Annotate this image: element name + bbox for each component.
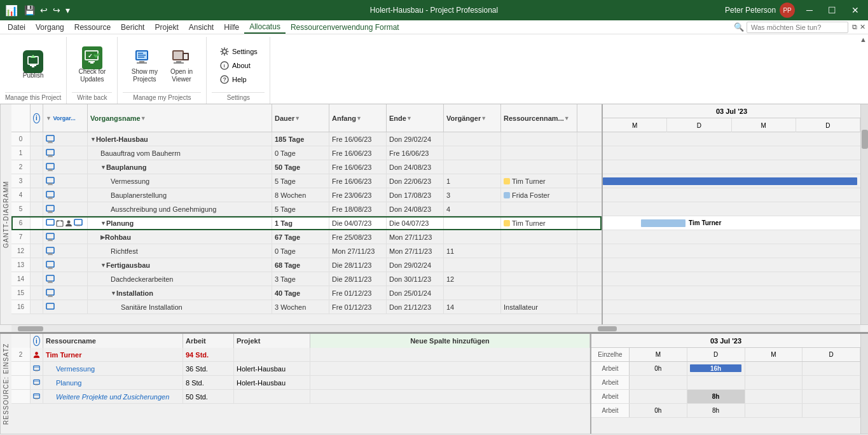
table-row-12[interactable]: 12Richtfest0 TageMon 27/11/23Mon 27/11/2… [11, 244, 602, 258]
bth-new-col[interactable]: Neue Spalte hinzufügen [310, 334, 590, 348]
menu-ressourcenverwendung[interactable]: Ressourcenverwendung Format [286, 22, 404, 33]
anfang-sort-icon: ▼ [356, 115, 362, 121]
svg-rect-58 [48, 254, 53, 255]
user-avatar[interactable]: PP [780, 3, 795, 18]
table-row-2[interactable]: 2▼ Bauplanung50 TageFre 16/06/23Don 24/0… [11, 160, 602, 174]
table-row-6[interactable]: 6▼ Planung1 TagDie 04/07/23Die 04/07/23T… [11, 216, 602, 230]
search-input[interactable] [747, 22, 848, 33]
table-row-16[interactable]: 16Sanitäre Installation3 WochenFre 01/12… [11, 300, 602, 314]
bottom-table: i Ressourcname Arbeit Projekt Neue Spalt… [11, 334, 591, 434]
td-num-6: 6 [11, 216, 31, 230]
settings-button[interactable]: Settings [217, 45, 260, 58]
table-row-15[interactable]: 15▼ Installation40 TageFre 01/12/23Don 2… [11, 286, 602, 300]
table-row-1[interactable]: 1Bauauftrag vom Bauherrn0 TageFre 16/06/… [11, 146, 602, 160]
open-viewer-icon [171, 48, 191, 68]
hscroll-thumb-chart [598, 326, 617, 331]
table-row-7[interactable]: 7▶ Rohbau67 TageFre 25/08/23Mon 27/11/23 [11, 230, 602, 244]
bottom-tr-1[interactable]: Vermessung36 Std.Holert-Hausbau [11, 362, 590, 376]
td-num-1: 1 [11, 146, 31, 160]
bchart-cell-0-3 [803, 362, 860, 375]
gantt-vscroll[interactable] [860, 104, 868, 324]
restore-button[interactable]: ⧉ [852, 23, 857, 31]
td-info-11 [31, 286, 43, 300]
show-projects-button[interactable]: Show myProjects [128, 45, 162, 86]
btd-icon-0 [31, 348, 43, 361]
td-icons-2 [43, 160, 88, 174]
menu-hilfe[interactable]: Hilfe [219, 22, 244, 33]
bottom-tr-3[interactable]: Weitere Projekte und Zusicherungen50 Std… [11, 390, 590, 404]
menu-datei[interactable]: Datei [3, 22, 31, 33]
svg-point-50 [67, 220, 71, 223]
td-icons-1 [43, 146, 88, 160]
bchart-row-1: Arbeit [591, 376, 860, 390]
td-icons-0 [43, 132, 88, 146]
bchart-cell-3-1: 8h [687, 404, 745, 417]
menu-bericht[interactable]: Bericht [116, 22, 149, 33]
bth-work[interactable]: Arbeit [183, 334, 234, 348]
info-header-icon[interactable]: i [33, 113, 40, 123]
th-name[interactable]: Vorgangsname ▼ [88, 104, 272, 132]
table-body: 0▼ Holert-Hausbau185 TageFre 16/06/23Don… [11, 132, 602, 324]
gantt-chart: 03 Jul '23 M D M D Tim Turner [603, 104, 860, 324]
td-icons-8 [43, 244, 88, 258]
check-updates-button[interactable]: ✓ Check forUpdates [74, 45, 109, 86]
table-row-0[interactable]: 0▼ Holert-Hausbau185 TageFre 16/06/23Don… [11, 132, 602, 146]
maximize-button[interactable]: ☐ [824, 4, 840, 17]
close-button[interactable]: ✕ [848, 4, 863, 17]
bth-res[interactable]: Ressourcname [43, 334, 183, 348]
quick-more[interactable]: ▾ [65, 5, 70, 15]
close-ribbon-button[interactable]: ✕ [860, 23, 865, 31]
publish-button[interactable]: Publish [19, 49, 48, 82]
table-row-13[interactable]: 13▼ Fertigausbau68 TageDie 28/11/23Don 2… [11, 258, 602, 272]
table-row-5[interactable]: 5Ausschreibung und Genehmigung5 TageFre … [11, 202, 602, 216]
ribbon-collapse[interactable]: ▲ [860, 36, 867, 43]
gantt-side-label: GANTT-DIAGRAMM [0, 104, 11, 324]
hscroll-chart[interactable] [591, 325, 860, 332]
td-ende-4: Don 17/08/23 [387, 188, 444, 202]
svg-rect-41 [48, 197, 52, 198]
table-row-14[interactable]: 14Dachdeckerarbeiten3 TageDie 28/11/23Do… [11, 272, 602, 286]
svg-rect-56 [46, 247, 54, 253]
menu-ressource[interactable]: Ressource [69, 22, 116, 33]
bottom-tr-0[interactable]: 2Tim Turner94 Std. [11, 348, 590, 362]
td-num-0: 0 [11, 132, 31, 146]
th-res[interactable]: Ressourcennam... ▼ [501, 104, 577, 132]
menu-allocatus[interactable]: Allocatus [244, 21, 286, 34]
th-ende[interactable]: Ende ▼ [387, 104, 444, 132]
table-row-3[interactable]: 3Vermessung5 TageFre 16/06/23Don 22/06/2… [11, 174, 602, 188]
bottom-tr-2[interactable]: Planung8 Std.Holert-Hausbau [11, 376, 590, 390]
gantt-bar-planung [641, 219, 685, 227]
quick-redo[interactable]: ↪ [53, 5, 60, 15]
ribbon-group-writeback-label: Write back [72, 92, 112, 102]
person-icon [33, 350, 40, 359]
bth-info: i [31, 334, 43, 348]
bth-info-icon[interactable]: i [33, 336, 40, 346]
menu-ansicht[interactable]: Ansicht [184, 22, 219, 33]
minimize-button[interactable]: ─ [803, 4, 816, 17]
bottom-vscroll[interactable] [860, 334, 868, 434]
bchart-cell-0-0: 0h [630, 362, 687, 375]
bchart-label-2: Arbeit [591, 390, 630, 403]
menu-projekt[interactable]: Projekt [149, 22, 183, 33]
td-vorg-5: 4 [444, 202, 501, 216]
quick-undo[interactable]: ↩ [40, 5, 48, 15]
table-row-4[interactable]: 4Bauplanerstellung8 WochenFre 23/06/23Do… [11, 188, 602, 202]
hscroll-table[interactable] [11, 325, 591, 332]
td-anfang-5: Fre 18/08/23 [329, 202, 387, 216]
help-button[interactable]: ? Help [217, 73, 260, 86]
svg-rect-60 [48, 267, 52, 268]
bth-proj[interactable]: Projekt [234, 334, 310, 348]
td-ende-1: Fre 16/06/23 [387, 146, 444, 160]
menu-vorgang[interactable]: Vorgang [31, 22, 69, 33]
ribbon-group-manage-content: Show myProjects Open inViewer [128, 38, 196, 92]
open-viewer-button[interactable]: Open inViewer [167, 45, 196, 86]
hscroll-side [0, 325, 11, 332]
th-dauer[interactable]: Dauer ▼ [272, 104, 329, 132]
svg-rect-34 [46, 163, 54, 169]
td-vorg-2 [444, 160, 501, 174]
about-button[interactable]: i About [217, 59, 260, 72]
title-bar: 📊 💾 ↩ ↪ ▾ Holert-Hausbau - Project Profe… [0, 0, 868, 20]
quick-save[interactable]: 💾 [24, 5, 35, 15]
th-vorg[interactable]: Vorgänger ▼ [444, 104, 501, 132]
th-anfang[interactable]: Anfang ▼ [329, 104, 387, 132]
